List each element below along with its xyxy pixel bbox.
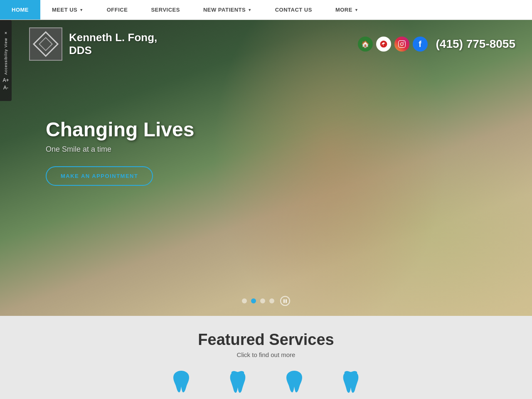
chevron-down-icon: ▼	[355, 8, 358, 12]
phone-number[interactable]: (415) 775-8055	[436, 37, 515, 51]
yelp-icon[interactable]	[376, 37, 391, 52]
tooth-icon-2	[226, 370, 249, 393]
slide-dot-1[interactable]	[242, 298, 247, 303]
accessibility-label: Accessibility View	[4, 38, 8, 75]
hero-content: Changing Lives One Smile at a time MAKE …	[0, 68, 532, 316]
main-nav: HOME MEET US ▼ OFFICE SERVICES NEW PATIE…	[0, 0, 532, 20]
practice-name: Kenneth L. Fong, DDS	[69, 31, 157, 57]
close-icon[interactable]: ×	[5, 30, 7, 35]
svg-point-1	[400, 43, 403, 46]
featured-services-section: Featured Services Click to find out more	[0, 316, 532, 399]
tooth-icon-3	[283, 370, 306, 393]
font-increase-icon[interactable]: A+	[2, 77, 9, 83]
nav-contact-us[interactable]: CONTACT US	[264, 0, 324, 20]
logo-box	[29, 27, 62, 61]
slideshow-dots	[242, 296, 290, 306]
accessibility-panel: × Accessibility View A+ A-	[0, 20, 12, 101]
service-item-1[interactable]	[170, 370, 193, 393]
nav-meet-us[interactable]: MEET US ▼	[40, 0, 95, 20]
service-item-2[interactable]	[226, 370, 249, 393]
header-right: 🏠 f (415) 775-8055	[358, 37, 515, 52]
instagram-icon[interactable]	[394, 37, 409, 52]
font-decrease-icon[interactable]: A-	[3, 85, 8, 91]
nav-services[interactable]: SERVICES	[139, 0, 192, 20]
hero-header: Kenneth L. Fong, DDS 🏠	[0, 20, 532, 68]
home-icon[interactable]: 🏠	[358, 37, 373, 52]
nav-new-patients[interactable]: NEW PATIENTS ▼	[192, 0, 264, 20]
chevron-down-icon: ▼	[79, 8, 83, 12]
logo-area: Kenneth L. Fong, DDS	[29, 27, 157, 61]
social-icons-group: 🏠 f	[358, 37, 428, 52]
slide-dot-2[interactable]	[251, 298, 256, 303]
hero-section: Kenneth L. Fong, DDS 🏠	[0, 20, 532, 316]
nav-office[interactable]: OFFICE	[95, 0, 140, 20]
svg-point-2	[403, 42, 404, 42]
nav-home[interactable]: HOME	[0, 0, 40, 20]
hero-title: Changing Lives	[46, 118, 532, 141]
make-appointment-button[interactable]: MAKE AN APPOINTMENT	[46, 166, 153, 186]
slide-dot-3[interactable]	[260, 298, 265, 303]
nav-more[interactable]: MORE ▼	[324, 0, 370, 20]
service-item-3[interactable]	[283, 370, 306, 393]
tooth-icon-1	[170, 370, 193, 393]
hero-subtitle: One Smile at a time	[46, 145, 532, 154]
svg-rect-0	[398, 41, 405, 48]
facebook-icon[interactable]: f	[413, 37, 428, 52]
slideshow-pause-button[interactable]	[280, 296, 290, 306]
tooth-icon-4	[339, 370, 362, 393]
logo-diamond-icon	[33, 31, 59, 57]
pause-icon	[283, 299, 287, 303]
service-item-4[interactable]	[339, 370, 362, 393]
slide-dot-4[interactable]	[269, 298, 274, 303]
featured-services-subtitle: Click to find out more	[33, 351, 499, 358]
chevron-down-icon: ▼	[248, 8, 251, 12]
services-row	[33, 370, 499, 393]
featured-services-title: Featured Services	[33, 331, 499, 349]
